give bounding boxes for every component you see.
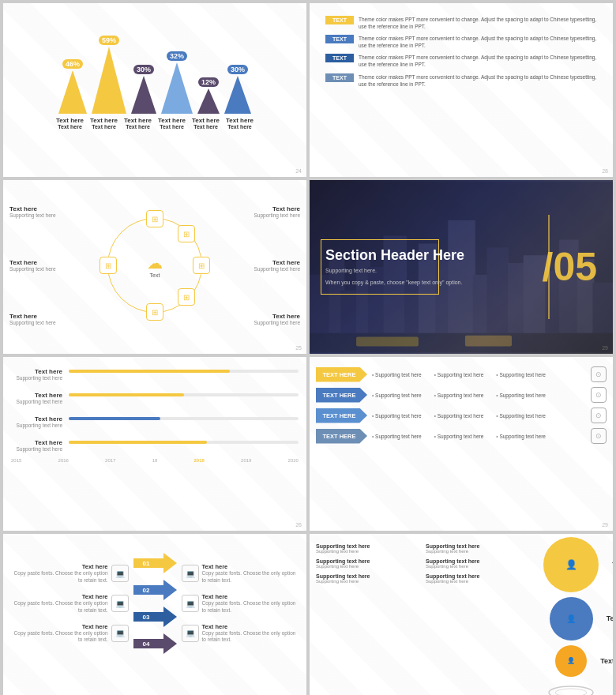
tl-top-5: Text here (192, 117, 220, 124)
slide-num-1: 24 (295, 168, 302, 174)
funnel-col-2: Supporting text here Supporting text her… (426, 543, 528, 588)
arrow-bullets-3: Supporting text here Supporting text her… (372, 413, 586, 419)
tl-top-3: Text here (124, 117, 152, 124)
arrow-bullet-1-2: Supporting text here (434, 372, 484, 378)
arrow-bullet-1-1: Supporting text here (372, 372, 422, 378)
fl-item-1-3: Supporting text here Supporting text her… (316, 573, 418, 584)
funnel-icon-2: 👤 (566, 614, 576, 623)
tl-bar-bg-3 (69, 417, 299, 420)
peak-label-1: 46% (62, 59, 83, 69)
fl-sub-2-1: Supporting text here (426, 549, 528, 554)
arrow-icon-2: ⊙ (591, 387, 607, 403)
tl-year-2019: 2019 (241, 458, 251, 463)
arrow-num-03: 03 (143, 614, 150, 621)
arrow-icon-3: ⊙ (591, 408, 607, 423)
arrow-bullet-3-2: Supporting text here (434, 413, 484, 419)
arrow-bullet-4-3: Supporting text here (496, 434, 546, 439)
funnel-label-2: Text (607, 614, 613, 622)
proc-text-r2: Text here Copy paste fonts. Choose the o… (202, 593, 301, 614)
proc-center: 01 02 03 04 (133, 551, 177, 656)
slide-8: Supporting text here Supporting text her… (310, 534, 613, 695)
funnel-icon-1: 👤 (565, 559, 577, 570)
tl-sub-3: Supporting text here (11, 423, 62, 428)
proc-text-l2: Text here Copy paste fonts. Choose the o… (9, 593, 108, 614)
tl-title-2: Text here (11, 392, 62, 399)
fl-item-2-2: Supporting text here Supporting text her… (426, 558, 528, 569)
arrow-bullet-4-1: Supporting text here (372, 434, 422, 439)
ci-sub-r3: Supporting text here (254, 320, 300, 325)
tl-left-4: Text here Supporting text here (11, 439, 62, 452)
text-label-5: Text here Text here (192, 117, 220, 130)
tl-bar-bg-4 (69, 441, 299, 444)
text-label-2: Text here Text here (90, 117, 118, 130)
funnel-label-3: Text (600, 657, 613, 665)
fl-item-1-2: Supporting text here Supporting text her… (316, 558, 418, 569)
process-flow: 💻 Text here Copy paste fonts. Choose the… (9, 540, 300, 667)
tl-sub-1: Supporting text here (11, 375, 62, 381)
slide-num-6: 29 (602, 522, 608, 528)
svg-point-22 (549, 686, 593, 696)
arrow-row-3: TEXT HERE Supporting text here Supportin… (316, 408, 607, 423)
text-body-3: Theme color makes PPT more convenient to… (359, 54, 597, 68)
slide4-header: Section Header Here (325, 247, 464, 264)
timeline-items: Text here Supporting text here Text here… (11, 368, 299, 452)
tl-years: 2015 2016 2017 18 2018 2019 2020 (11, 458, 299, 463)
slide-num-4: 29 (602, 345, 608, 351)
tl-left-1: Text here Supporting text here (11, 368, 62, 381)
text-item-2: TEXT Theme color makes PPT more convenie… (325, 35, 597, 49)
text-label-6: Text here Text here (226, 117, 254, 130)
fl-title-2-2: Supporting text here (426, 558, 528, 564)
proc-arrow-02: 02 (133, 580, 177, 600)
arrow-bullet-3-1: Supporting text here (372, 413, 422, 419)
tl-row-4: Text here Supporting text here (11, 439, 299, 452)
tl-bot-2: Text here (90, 124, 118, 130)
peak-label-3: 30% (133, 65, 154, 74)
cloud-item-r1: Text here Supporting text here (254, 205, 300, 218)
orbit-top: ⊞ (146, 210, 163, 227)
peak-group-2: 59% (92, 36, 126, 114)
arrow-rows: TEXT HERE Supporting text here Supportin… (316, 366, 607, 444)
fl-title-2-3: Supporting text here (426, 573, 528, 579)
ci-sub-l3: Supporting text here (9, 320, 56, 325)
arrow-row-2: TEXT HERE Supporting text here Supportin… (316, 387, 607, 403)
peak-group-5: 12% (197, 77, 220, 114)
pt2-l1: Copy paste fonts. Choose the only option… (9, 570, 108, 584)
proc-icon-l3: 💻 (111, 625, 129, 642)
fl-item-1-1: Supporting text here Supporting text her… (316, 543, 418, 554)
text-item-3: TEXT Theme color makes PPT more convenie… (325, 54, 597, 68)
tl-title-4: Text here (11, 439, 62, 446)
tl-title-3: Text here (11, 415, 62, 423)
tl-bot-5: Text here (192, 124, 220, 130)
cloud-item-l3: Text here Supporting text here (9, 313, 56, 325)
funnel-col-1: Supporting text here Supporting text her… (316, 543, 418, 588)
fl-title-2-1: Supporting text here (426, 543, 528, 549)
proc-icon-l2: 💻 (111, 595, 129, 612)
peak-shape-6 (224, 76, 251, 114)
fl-item-2-3: Supporting text here Supporting text her… (426, 573, 528, 584)
proc-icon-r2: 💻 (182, 595, 199, 612)
proc-text-l3: Text here Copy paste fonts. Choose the o… (9, 623, 108, 644)
proc-item-r2: 💻 Text here Copy paste fonts. Choose the… (182, 593, 301, 614)
ci-title-l2: Text here (9, 259, 56, 266)
cloud-symbol: ☁ (147, 254, 163, 272)
funnel-left-row-1: Supporting text here Supporting text her… (316, 543, 528, 588)
pt1-l2: Text here (9, 593, 108, 600)
cloud-center: ⊞ ⊞ ⊞ ⊞ ⊞ ⊞ ☁ Text (59, 218, 251, 313)
arrow-head-03 (163, 607, 177, 627)
proc-text-r1: Text here Copy paste fonts. Choose the o… (202, 563, 301, 584)
fl-sub-1-2: Supporting text here (316, 564, 418, 569)
text-body-2: Theme color makes PPT more convenient to… (359, 35, 597, 49)
tl-bar-fill-1 (69, 370, 230, 373)
ci-sub-l1: Supporting text here (9, 212, 56, 218)
tl-bar-fill-2 (69, 393, 184, 396)
tl-year-2015: 2015 (11, 458, 21, 463)
slide-grid: 46% 59% 30% 32% 12% (0, 0, 616, 695)
proc-left: 💻 Text here Copy paste fonts. Choose the… (9, 563, 129, 644)
peak-label-5: 12% (198, 77, 219, 87)
tl-year-18: 18 (152, 458, 158, 463)
cloud-left: Text here Supporting text here Text here… (9, 186, 56, 344)
orbit-bottom: ⊞ (146, 303, 163, 321)
arrow-head-04 (163, 633, 177, 654)
funnel-left: Supporting text here Supporting text her… (316, 543, 528, 693)
fl-sub-2-3: Supporting text here (426, 579, 528, 584)
